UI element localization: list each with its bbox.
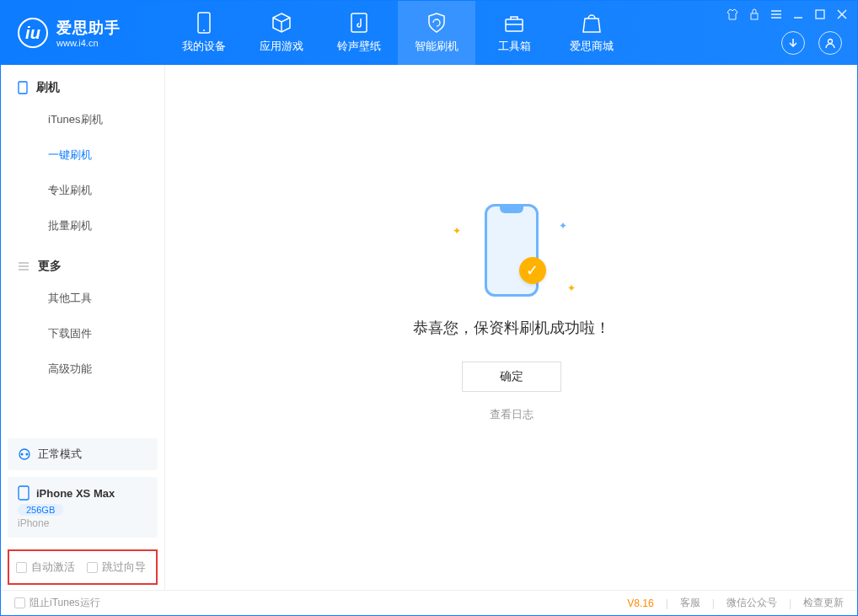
footer-right: V8.16 | 客服 | 微信公众号 | 检查更新 [627,596,844,610]
maximize-icon[interactable] [813,8,827,21]
body: 刷机 iTunes刷机 一键刷机 专业刷机 批量刷机 更多 其他工具 下载固件 … [1,65,857,590]
sparkle-icon: ✦ [453,225,461,237]
nav-label: 工具箱 [498,39,531,54]
footer-left: 阻止iTunes运行 [14,596,100,610]
toolbox-icon [503,12,525,34]
svg-point-19 [26,453,29,456]
sidebar-item-other[interactable]: 其他工具 [1,281,164,316]
separator: | [712,597,715,609]
svg-rect-4 [751,13,758,19]
close-icon[interactable] [835,8,849,21]
nav-tab-my-device[interactable]: 我的设备 [165,1,243,65]
checkbox-icon [14,597,25,608]
section-title-text: 更多 [38,259,62,274]
shirt-icon[interactable] [726,8,739,21]
sidebar-item-batch[interactable]: 批量刷机 [1,208,164,244]
main-content: ✦ ✦ ✦ ✓ 恭喜您，保资料刷机成功啦！ 确定 查看日志 [165,65,857,590]
sync-icon [18,447,31,461]
header: iu 爱思助手 www.i4.cn 我的设备 应用游戏 铃声壁纸 智能刷机 工具… [1,1,857,65]
sidebar-section-flash: 刷机 [1,65,164,102]
checkbox-skip-guide[interactable]: 跳过向导 [87,560,146,575]
phone-small-icon [18,81,28,94]
checkbox-label: 阻止iTunes运行 [29,596,100,610]
checkbox-label: 自动激活 [31,560,75,575]
phone-graphic: ✓ [485,204,539,297]
device-info-panel[interactable]: iPhone XS Max 256GB iPhone [8,477,158,538]
sidebar-section-more: 更多 [1,244,164,281]
sidebar-item-itunes[interactable]: iTunes刷机 [1,102,164,137]
svg-rect-13 [19,82,27,94]
success-message: 恭喜您，保资料刷机成功啦！ [413,318,610,338]
nav-label: 应用游戏 [260,39,303,54]
svg-rect-3 [506,19,523,31]
capacity-badge: 256GB [18,504,63,516]
svg-rect-2 [351,13,367,32]
sidebar: 刷机 iTunes刷机 一键刷机 专业刷机 批量刷机 更多 其他工具 下载固件 … [1,65,165,590]
separator: | [789,597,791,609]
menu-icon[interactable] [770,8,783,21]
svg-rect-20 [19,486,29,500]
separator: | [666,597,668,609]
svg-rect-9 [816,10,824,19]
sidebar-item-pro[interactable]: 专业刷机 [1,173,164,208]
shield-refresh-icon [426,12,448,34]
device-name: iPhone XS Max [36,487,115,500]
logo-area: iu 爱思助手 www.i4.cn [1,18,165,48]
device-icon [18,485,29,501]
nav-label: 我的设备 [182,39,226,54]
check-badge-icon: ✓ [519,257,546,284]
nav-label: 智能刷机 [415,39,458,54]
checkbox-auto-activate[interactable]: 自动激活 [16,560,75,575]
checkbox-icon [16,562,27,573]
app-name: 爱思助手 [56,18,121,38]
sidebar-item-firmware[interactable]: 下载固件 [1,316,164,351]
checkbox-label: 跳过向导 [102,560,146,575]
nav-tab-store[interactable]: 爱思商城 [553,1,630,65]
wechat-link[interactable]: 微信公众号 [727,596,777,610]
check-update-link[interactable]: 检查更新 [803,596,844,610]
checkbox-block-itunes[interactable]: 阻止iTunes运行 [14,596,100,610]
logo-text: 爱思助手 www.i4.cn [56,18,121,48]
nav-tab-ringtones[interactable]: 铃声壁纸 [320,1,398,65]
download-button[interactable] [781,31,805,55]
app-url: www.i4.cn [56,38,121,48]
window-controls [726,8,849,21]
nav-label: 爱思商城 [570,39,614,54]
bag-icon [581,12,603,34]
lock-icon[interactable] [748,8,761,21]
nav-tabs: 我的设备 应用游戏 铃声壁纸 智能刷机 工具箱 爱思商城 [165,1,630,65]
minimize-icon[interactable] [791,8,805,21]
device-mode-panel[interactable]: 正常模式 [8,438,158,470]
footer: 阻止iTunes运行 V8.16 | 客服 | 微信公众号 | 检查更新 [1,590,857,615]
user-button[interactable] [818,31,842,55]
sidebar-item-advanced[interactable]: 高级功能 [1,351,164,387]
cube-icon [271,12,292,34]
sidebar-item-oneclick[interactable]: 一键刷机 [1,137,164,173]
ok-button[interactable]: 确定 [462,362,561,392]
support-link[interactable]: 客服 [680,596,700,610]
svg-point-18 [21,453,24,456]
device-mode-text: 正常模式 [38,447,82,462]
phone-notch [500,206,523,213]
svg-point-1 [203,29,205,31]
svg-point-12 [829,40,833,44]
view-log-link[interactable]: 查看日志 [490,407,534,422]
logo-icon: iu [18,18,48,48]
sparkle-icon: ✦ [567,282,576,294]
checkbox-icon [87,562,98,573]
version-text: V8.16 [627,597,653,609]
options-row: 自动激活 跳过向导 [8,549,158,585]
nav-tab-apps[interactable]: 应用游戏 [243,1,320,65]
list-icon [18,261,29,271]
sparkle-icon: ✦ [559,220,567,232]
music-file-icon [348,12,370,34]
device-type: iPhone [18,517,147,529]
phone-icon [193,12,215,34]
success-illustration: ✦ ✦ ✦ ✓ [436,200,587,301]
sidebar-spacer [1,387,164,431]
section-title-text: 刷机 [36,80,60,95]
nav-label: 铃声壁纸 [337,39,381,54]
header-action-buttons [781,31,842,55]
nav-tab-toolbox[interactable]: 工具箱 [475,1,553,65]
nav-tab-flash[interactable]: 智能刷机 [398,1,475,65]
